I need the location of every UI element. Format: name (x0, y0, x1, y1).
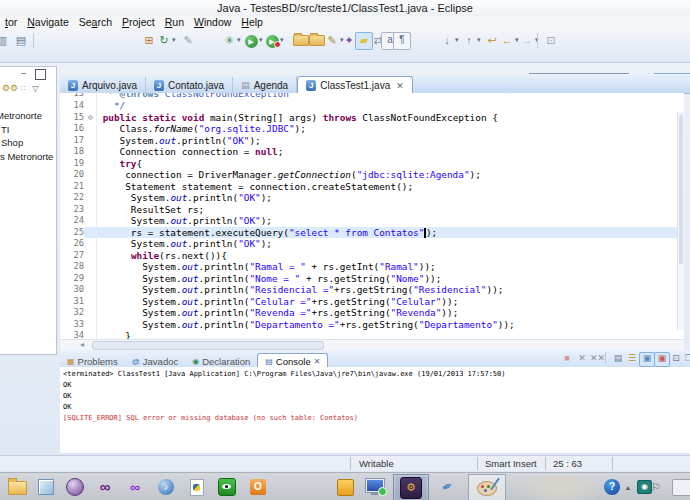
file-explorer-icon[interactable] (4, 474, 30, 500)
minimize-view-icon[interactable]: – (21, 70, 30, 78)
tree-item-ti[interactable]: TI (1, 123, 56, 137)
open-resource-folder-icon[interactable] (309, 35, 325, 46)
pin-editor-icon[interactable]: ⊡ (543, 32, 559, 48)
editor-body[interactable]: 13 * @throws ClassNotFoundException14 */… (60, 93, 684, 340)
debug-icon-dropdown[interactable]: ▾ (237, 36, 241, 44)
filters-icon[interactable]: ∷ (21, 84, 26, 93)
menu-project[interactable]: Project (117, 16, 160, 29)
eclipse-app-icon[interactable]: ⚙ (393, 474, 429, 500)
open-type-folder-icon[interactable] (293, 35, 309, 46)
line-number[interactable]: 18 (60, 146, 84, 158)
line-number[interactable]: 32 (60, 307, 84, 319)
editor-horizontal-scrollbar[interactable]: ◂ (60, 339, 684, 350)
line-number[interactable]: 22 (60, 192, 84, 204)
show-stderr-icon[interactable]: ▣ (654, 352, 670, 367)
show-hidden-icons[interactable]: ▴ (626, 474, 630, 500)
tree-item-shop[interactable]: Shop (1, 136, 56, 150)
back-icon-dropdown[interactable]: ▾ (515, 36, 519, 44)
partial-tray-icon[interactable] (672, 474, 690, 500)
refresh-icon-dropdown[interactable]: ▾ (172, 36, 176, 44)
remove-all-terminated-icon[interactable]: ✕✕ (590, 352, 604, 365)
outlook-icon[interactable]: O (245, 474, 271, 500)
line-number[interactable]: 24 (60, 215, 84, 227)
remote-desktop-icon[interactable] (362, 474, 388, 500)
line-number[interactable]: 23 (60, 204, 84, 216)
gears-icon[interactable]: ⚙⚙ (2, 83, 18, 93)
menu-tor[interactable]: tor (0, 16, 22, 29)
line-number[interactable]: 13 (60, 93, 84, 100)
external-tools-icon-dropdown[interactable]: ▾ (280, 36, 284, 44)
open-console-icon[interactable]: ⊡ (669, 352, 683, 365)
line-number[interactable]: 19 (60, 158, 84, 170)
maximize-view-icon[interactable] (35, 69, 46, 80)
next-annotation-icon[interactable]: ↓ (439, 32, 455, 48)
maximize-view-icon[interactable]: ❒ (682, 352, 690, 365)
line-number[interactable]: 28 (60, 261, 84, 273)
scroll-thumb[interactable] (92, 341, 324, 350)
line-number[interactable]: 33 (60, 319, 84, 331)
pen-icon[interactable]: ✎ (324, 32, 340, 48)
next-annotation-icon-dropdown[interactable]: ▾ (455, 36, 459, 44)
purple-orb-app-icon[interactable] (62, 474, 88, 500)
terminate-icon[interactable]: ■ (560, 352, 574, 365)
clear-console-icon[interactable]: ▤ (611, 352, 625, 365)
pilcrow-icon[interactable]: ¶ (393, 32, 411, 50)
line-number[interactable]: 20 (60, 169, 84, 181)
visual-studio-icon[interactable]: ∞ (92, 474, 118, 500)
show-stdout-icon[interactable]: ▣ (639, 352, 655, 367)
close-tab-icon[interactable]: ✕ (396, 81, 404, 91)
external-tools-icon[interactable]: ▶ (264, 32, 280, 48)
tree-item-metronorte[interactable]: Metronorte (0, 109, 56, 123)
prev-annotation-icon[interactable]: ↑ (461, 32, 477, 48)
office-app-icon[interactable] (332, 474, 358, 500)
editor-vertical-scrollbar[interactable] (677, 112, 684, 330)
view-menu-icon[interactable]: ▽ (32, 84, 38, 93)
line-number[interactable]: 16 (60, 123, 84, 135)
line-number[interactable]: 29 (60, 273, 84, 285)
menu-window[interactable]: Window (189, 16, 236, 29)
line-number[interactable]: 31 (60, 296, 84, 308)
prev-annotation-icon-dropdown[interactable]: ▾ (477, 36, 481, 44)
print-icon[interactable]: ▤ (13, 32, 29, 48)
code-area[interactable]: 13 * @throws ClassNotFoundException14 */… (60, 93, 684, 340)
debug-icon[interactable]: ✳ (221, 32, 237, 48)
eye-tray-icon[interactable]: ◉ (637, 474, 652, 500)
menu-run[interactable]: Run (160, 16, 189, 29)
pencil-slash-icon[interactable]: ✎ (180, 32, 196, 48)
help-tray-icon[interactable]: ? (604, 474, 620, 500)
line-number[interactable]: 21 (60, 181, 84, 193)
console-output[interactable]: <terminated> ClassTest1 [Java Applicatio… (60, 367, 690, 453)
python-file-icon[interactable] (184, 474, 210, 500)
new-java-package-icon[interactable]: ⊞ (141, 32, 157, 48)
save-icon[interactable]: ▥ (0, 32, 10, 48)
last-edit-location-icon[interactable]: ↩ (484, 32, 500, 48)
itunes-icon[interactable]: ♪ (153, 474, 179, 500)
run-icon-dropdown[interactable]: ▾ (259, 36, 263, 44)
refresh-icon[interactable]: ↻ (156, 32, 172, 48)
line-number[interactable]: 14 (60, 100, 84, 112)
back-icon[interactable]: ← (499, 32, 515, 48)
line-number[interactable]: 30 (60, 284, 84, 296)
tab-contato-java[interactable]: JContato.java (146, 77, 233, 95)
cube-app-icon[interactable] (33, 474, 59, 500)
line-number[interactable]: 27 (60, 250, 84, 262)
blend-app-icon[interactable]: ∞ (122, 474, 148, 500)
line-number[interactable]: 25 (60, 227, 84, 239)
menu-help[interactable]: Help (236, 16, 268, 29)
line-number[interactable]: 26 (60, 238, 84, 250)
flag-tray-icon[interactable]: ⚐ (651, 474, 661, 500)
menu-navigate[interactable]: Navigate (22, 16, 73, 29)
feather-app-icon[interactable]: ✒ (434, 474, 460, 500)
tab-arquivo-java[interactable]: JArquivo.java (60, 77, 146, 95)
close-tab-icon[interactable]: ✕ (314, 357, 321, 366)
scroll-lock-icon[interactable]: ☰ (625, 352, 639, 365)
line-number[interactable]: 15 (60, 112, 84, 124)
line-number[interactable]: 17 (60, 135, 84, 147)
paint-app-icon[interactable] (468, 474, 506, 500)
tree-item-s-metronorte[interactable]: s Metronorte (0, 150, 56, 164)
run-icon[interactable]: ▶ (243, 32, 259, 48)
eye-app-icon[interactable] (214, 474, 240, 500)
forward-icon[interactable]: → (519, 32, 535, 48)
menu-search[interactable]: Search (74, 16, 117, 29)
tab-agenda[interactable]: ▤Agenda (233, 76, 297, 94)
